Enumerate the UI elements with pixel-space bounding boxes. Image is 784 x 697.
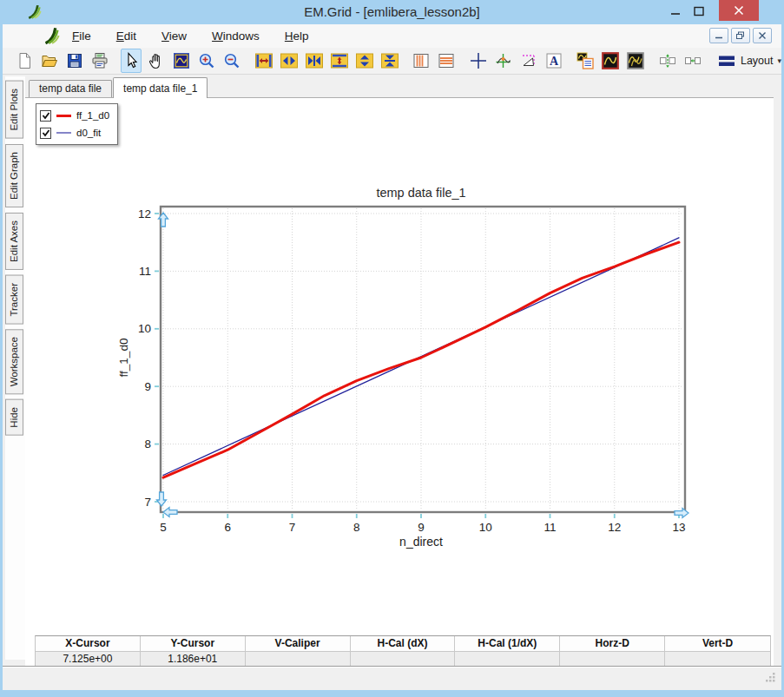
plot-legend: ff_1_d0 d0_fit	[36, 103, 118, 145]
align-vertical-icon	[658, 51, 677, 70]
align-vertical-button[interactable]	[657, 49, 678, 73]
x-tick-label: 13	[672, 521, 685, 534]
mdi-restore-button[interactable]	[731, 28, 750, 43]
open-file-button[interactable]	[39, 49, 60, 73]
zoom-region-button[interactable]	[171, 49, 192, 73]
document-tab-bar: temp data file temp data file_1	[25, 76, 774, 97]
x-tick-label: 11	[544, 521, 556, 534]
menu-edit[interactable]: Edit	[116, 30, 136, 43]
readout-header: Vert-D	[665, 636, 770, 652]
menu-help[interactable]: Help	[285, 30, 309, 43]
axis-handle-right[interactable]	[675, 509, 688, 518]
menu-windows[interactable]: Windows	[212, 30, 260, 43]
y-axis-title: ff_1_d0	[117, 339, 130, 378]
side-tab-edit-axes[interactable]: Edit Axes	[5, 213, 23, 270]
x-tick-label: 5	[160, 521, 167, 534]
menu-file[interactable]: File	[72, 30, 91, 43]
crosshair-button[interactable]	[468, 49, 489, 73]
close-button[interactable]	[719, 0, 759, 21]
tab-temp-data-file-1[interactable]: temp data file_1	[113, 77, 208, 98]
print-button[interactable]	[89, 49, 110, 73]
y-compress-button[interactable]	[379, 49, 400, 73]
save-file-button[interactable]	[64, 49, 85, 73]
x-spread-button[interactable]	[279, 49, 300, 73]
tab-temp-data-file[interactable]: temp data file	[29, 80, 112, 97]
menu-view[interactable]: View	[161, 30, 187, 43]
legend-item-d0-fit: d0_fit	[40, 124, 109, 141]
y-spread-icon	[355, 51, 374, 70]
maximize-button[interactable]	[691, 5, 707, 17]
minimize-button[interactable]	[669, 5, 684, 17]
y-tick-label: 8	[144, 437, 151, 450]
legend-label: d0_fit	[76, 128, 101, 138]
side-tab-edit-graph[interactable]: Edit Graph	[5, 144, 23, 207]
text-annotation-icon: A	[544, 51, 563, 70]
side-tab-hide[interactable]: Hide	[5, 399, 23, 436]
chart-area[interactable]: 5678910111213789101112temp data file_1n_…	[25, 98, 774, 567]
y-spread-button[interactable]	[354, 49, 375, 73]
side-tab-workspace[interactable]: Workspace	[5, 329, 23, 394]
x-tick-label: 9	[418, 521, 425, 534]
readout-value	[246, 652, 351, 667]
pan-hand-icon	[147, 51, 166, 70]
layout-dropdown[interactable]: Layout▾	[717, 51, 781, 70]
x-compress-button[interactable]	[304, 49, 325, 73]
svg-text:A: A	[550, 55, 559, 68]
readout-header: Y-Cursor	[141, 636, 246, 652]
mdi-window-controls	[709, 28, 772, 43]
text-annotation-button[interactable]: A	[544, 49, 564, 73]
readout-value: 1.186e+01	[141, 652, 246, 667]
readout-header: H-Cal (1/dX)	[455, 636, 560, 652]
side-tab-tracker[interactable]: Tracker	[5, 275, 23, 325]
caliper-icon	[519, 51, 538, 70]
panel-vertical-lines-button[interactable]	[411, 49, 432, 73]
plot-canvas[interactable]: ff_1_d0 d0_fit 5678910111213789101112tem…	[25, 97, 774, 667]
x-tick-label: 8	[353, 521, 360, 534]
y-tick-label: 7	[144, 496, 151, 509]
axis-handle-origin-left[interactable]	[163, 508, 177, 517]
y-tick-label: 10	[138, 322, 151, 335]
zoom-out-icon	[222, 51, 241, 70]
x-expand-button[interactable]	[254, 49, 274, 73]
panel-horizontal-lines-button[interactable]	[436, 49, 457, 73]
new-document-icon	[15, 51, 34, 70]
legend-checkbox-d0-fit[interactable]	[40, 128, 51, 139]
caliper-button[interactable]	[518, 49, 539, 73]
mdi-close-button[interactable]	[753, 28, 772, 43]
resize-grip[interactable]	[766, 670, 775, 686]
title-bar: EM.Grid - [emlibera_lesson2b]	[3, 0, 781, 24]
legend-label: ff_1_d0	[76, 110, 109, 121]
window-title: EM.Grid - [emlibera_lesson2b]	[3, 4, 781, 19]
plot-single-button[interactable]	[600, 49, 621, 73]
align-horizontal-button[interactable]	[682, 49, 703, 73]
readout-value	[351, 652, 456, 667]
pan-hand-button[interactable]	[146, 49, 167, 73]
readout-value	[560, 652, 665, 667]
close-icon	[733, 5, 745, 16]
plot-border	[161, 207, 685, 512]
plot-properties-icon	[576, 51, 595, 70]
plot-overlay-button[interactable]	[625, 49, 646, 73]
legend-checkbox-ff-1-d0[interactable]	[40, 110, 51, 122]
select-cursor-button[interactable]	[121, 49, 142, 73]
save-file-icon	[65, 51, 84, 70]
x-compress-icon	[305, 51, 324, 70]
menu-bar: File Edit View Windows Help	[3, 24, 781, 49]
new-document-button[interactable]	[14, 49, 35, 73]
chevron-down-icon: ▾	[777, 56, 781, 65]
zoom-out-button[interactable]	[221, 49, 242, 73]
axis-handle-origin-down[interactable]	[157, 492, 167, 506]
zoom-region-icon	[172, 51, 191, 70]
plot-properties-button[interactable]	[575, 49, 596, 73]
x-tick-label: 7	[289, 521, 296, 534]
y-expand-button[interactable]	[329, 49, 350, 73]
legend-item-ff-1-d0: ff_1_d0	[40, 107, 109, 124]
mdi-minimize-button[interactable]	[709, 28, 728, 43]
layout-label: Layout	[741, 55, 774, 67]
readout-header: Horz-D	[560, 636, 665, 652]
cursor-readout-table: X-CursorY-CursorV-CaliperH-Cal (dX)H-Cal…	[35, 635, 771, 667]
zoom-in-button[interactable]	[196, 49, 217, 73]
side-tab-edit-plots[interactable]: Edit Plots	[5, 81, 23, 139]
panel-horizontal-lines-icon	[437, 51, 456, 70]
tracker-cursor-button[interactable]	[493, 49, 514, 73]
